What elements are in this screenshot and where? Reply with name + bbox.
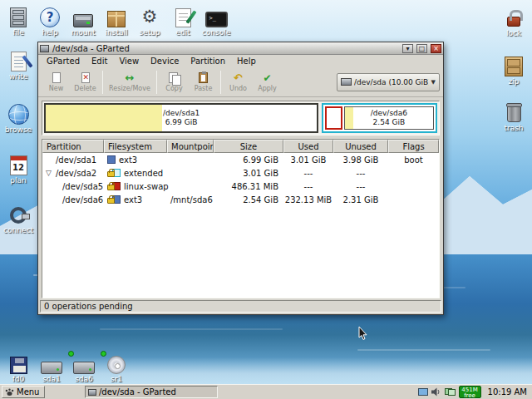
table-row-sda2[interactable]: /dev/sda2 extended 3.01 GiB --- --- [42, 166, 439, 180]
window-title: /dev/sda - GParted [52, 43, 399, 54]
volume-icon[interactable] [431, 387, 441, 397]
gparted-task-icon [88, 389, 96, 396]
desktop-icon-plan[interactable]: 12 plan [0, 150, 37, 185]
system-tray: 451M free 10:19 AM [418, 386, 530, 398]
toolbar-separator [102, 71, 103, 94]
operations-pending-text: 0 operations pending [44, 302, 133, 311]
floppy-icon [0, 349, 37, 374]
menu-gparted[interactable]: GParted [41, 56, 86, 67]
desktop-icon-setup[interactable]: setup [131, 2, 168, 37]
desktop-icon-browse[interactable]: browse [0, 100, 37, 135]
table-header: Partition Filesystem Mountpoint Size Use… [42, 140, 439, 153]
desktop-icon-console[interactable]: console [198, 2, 234, 37]
menubar: GParted Edit View Device Partition Help [38, 55, 443, 67]
lock-icon [107, 198, 115, 204]
table-row-sda6[interactable]: /dev/sda6 ext3 /mnt/sda6 2.54 GiB 232.13… [42, 193, 439, 206]
mouse-cursor [358, 327, 368, 342]
desktop-icon-sda6[interactable]: sda6 [66, 349, 102, 384]
menu-view[interactable]: View [113, 56, 145, 67]
toolbar-separator [156, 71, 157, 94]
partition-visual-bar: /dev/sda1 6.99 GiB /dev/sda6 2.54 GiB [42, 101, 440, 135]
paw-icon [5, 387, 14, 397]
maximize-button[interactable] [416, 44, 427, 53]
table-row-sda5[interactable]: /dev/sda5 linux-swap 486.31 MiB --- --- [42, 180, 439, 193]
device-selector[interactable]: /dev/sda (10.00 GiB) [337, 73, 440, 91]
drawer-chest-icon [495, 52, 532, 76]
cd-disc-icon [98, 349, 135, 374]
used-space-fill [345, 107, 353, 129]
desktop-icon-help[interactable]: help [32, 2, 68, 37]
titlebar[interactable]: /dev/sda - GParted [38, 42, 443, 55]
harddrive-icon [33, 349, 70, 374]
column-unused[interactable]: Unused [333, 140, 388, 153]
desktop-icon-lock[interactable]: lock [495, 3, 532, 38]
visual-partition-sda6[interactable]: /dev/sda6 2.54 GiB [344, 106, 434, 130]
column-mountpoint[interactable]: Mountpoint [167, 140, 214, 153]
partition-label: /dev/sda1 6.99 GiB [163, 109, 200, 127]
desktop-icon-zip[interactable]: zip [495, 52, 532, 86]
delete-button[interactable]: Delete [71, 68, 100, 96]
column-used[interactable]: Used [283, 140, 333, 153]
minimize-button[interactable] [402, 44, 413, 53]
desktop-icon-sr1[interactable]: sr1 [98, 349, 135, 384]
menu-device[interactable]: Device [145, 56, 185, 67]
resize-move-button[interactable]: Resize/Move [106, 68, 154, 96]
menu-edit[interactable]: Edit [86, 56, 113, 67]
terminal-icon [198, 2, 234, 27]
partition-label: /dev/sda6 2.54 GiB [371, 109, 407, 127]
desktop-icon-sda1[interactable]: sda1 [33, 349, 70, 384]
display-icon[interactable] [418, 388, 428, 396]
expander-icon[interactable] [46, 168, 52, 178]
paste-button[interactable]: Paste [189, 68, 218, 96]
taskbar-window-button[interactable]: /dev/sda - GParted [85, 386, 218, 398]
close-button[interactable] [431, 44, 441, 53]
undo-arrow-icon [234, 71, 243, 84]
globe-icon [0, 100, 37, 125]
desktop-icon-write[interactable]: write [0, 47, 37, 81]
lock-icon [107, 171, 115, 177]
pen-page-icon [0, 47, 37, 71]
column-filesystem[interactable]: Filesystem [104, 140, 167, 153]
visual-partition-sda5[interactable] [325, 106, 342, 130]
copy-button[interactable]: Copy [160, 68, 189, 96]
menu-partition[interactable]: Partition [185, 56, 231, 67]
partition-table: Partition Filesystem Mountpoint Size Use… [42, 139, 440, 298]
visual-extended-partition[interactable]: /dev/sda6 2.54 GiB [322, 103, 437, 133]
free-memory-badge[interactable]: 451M free [459, 386, 481, 398]
package-icon [98, 2, 135, 27]
apply-button[interactable]: Apply [253, 68, 282, 96]
mounted-indicator [68, 351, 74, 357]
undo-button[interactable]: Undo [224, 68, 253, 96]
mount-drive-icon [65, 2, 101, 27]
table-row-sda1[interactable]: /dev/sda1 ext3 6.99 GiB 3.01 GiB 3.98 Gi… [42, 153, 439, 166]
visual-partition-sda1[interactable]: /dev/sda1 6.99 GiB [44, 103, 318, 133]
desktop-icon-fd0[interactable]: fd0 [0, 349, 37, 384]
apply-check-icon [263, 71, 271, 84]
menu-button[interactable]: Menu [2, 386, 45, 398]
desktop-icon-mount[interactable]: mount [65, 2, 101, 37]
copy-icon [169, 72, 180, 84]
clock: 10:19 AM [485, 387, 530, 397]
desktop-icon-trash[interactable]: trash [495, 98, 532, 133]
column-flags[interactable]: Flags [388, 140, 439, 153]
window-app-icon [40, 45, 49, 52]
used-space-fill [46, 105, 162, 131]
network-icon[interactable] [445, 388, 456, 396]
lock-icon [107, 185, 115, 190]
paste-icon [199, 72, 208, 83]
new-partition-icon [52, 72, 61, 83]
desktop-icon-connect[interactable]: connect [0, 200, 37, 235]
pencil-pad-icon [165, 2, 201, 27]
gear-icon [131, 2, 168, 27]
column-size[interactable]: Size [214, 140, 283, 153]
table-body: /dev/sda1 ext3 6.99 GiB 3.01 GiB 3.98 Gi… [42, 153, 439, 298]
calendar-icon: 12 [0, 150, 37, 175]
desktop-icon-edit[interactable]: edit [165, 2, 201, 37]
column-partition[interactable]: Partition [42, 140, 104, 153]
padlock-icon [495, 3, 532, 28]
desktop-icon-install[interactable]: install [98, 2, 135, 37]
new-button[interactable]: New [42, 68, 71, 96]
menu-help[interactable]: Help [231, 56, 262, 67]
help-icon [32, 2, 68, 27]
harddrive-icon [66, 349, 102, 374]
